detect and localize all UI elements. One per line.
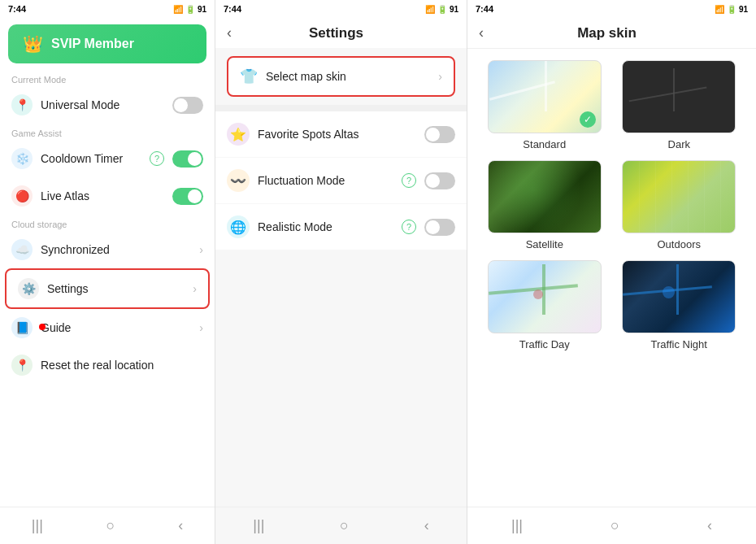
- nav-back-btn-3[interactable]: ‹: [694, 514, 725, 537]
- skin-standard-card[interactable]: ✓ Standard: [482, 60, 607, 150]
- signal-icon: 📶: [173, 5, 183, 14]
- nav-menu-btn-2[interactable]: |||: [240, 514, 277, 537]
- battery-icon-2: 🔋: [437, 5, 447, 14]
- nav-back-btn-2[interactable]: ‹: [411, 514, 442, 537]
- guide-item[interactable]: 📘 Guide ›: [0, 309, 215, 346]
- favorite-spots-row[interactable]: ⭐ Favorite Spots Altas: [215, 111, 467, 157]
- skin-traffic-day-label: Traffic Day: [519, 338, 570, 350]
- guide-badge: [39, 324, 46, 330]
- fluctuation-mode-toggle[interactable]: [424, 172, 455, 189]
- battery-level-3: 91: [739, 5, 748, 14]
- settings-item[interactable]: ⚙️ Settings ›: [5, 268, 210, 309]
- battery-icon: 🔋: [185, 5, 195, 14]
- skin-traffic-day-thumb: [488, 260, 602, 333]
- snowflake-icon: ❄️: [11, 148, 33, 169]
- nav-home-btn-1[interactable]: ○: [93, 514, 128, 537]
- settings-chevron: ›: [193, 282, 197, 295]
- nav-home-btn-3[interactable]: ○: [597, 514, 632, 537]
- skin-selected-check: ✓: [580, 111, 596, 128]
- select-skin-chevron: ›: [438, 70, 442, 83]
- settings-title: Settings: [238, 25, 434, 41]
- favorite-spots-label: Favorite Spots Altas: [258, 128, 416, 141]
- nav-menu-btn-3[interactable]: |||: [498, 514, 536, 537]
- cloud-icon: ☁️: [11, 239, 33, 260]
- skin-outdoors-thumb: [622, 160, 736, 233]
- time-label-2: 7:44: [224, 4, 241, 14]
- skin-dark-card[interactable]: Dark: [617, 60, 742, 150]
- settings-label: Settings: [47, 282, 185, 295]
- realistic-mode-row[interactable]: 🌐 Realistic Mode ?: [215, 204, 467, 250]
- battery-level-2: 91: [450, 5, 458, 14]
- live-atlas-toggle[interactable]: [172, 188, 203, 205]
- skin-dark-thumb: [622, 60, 736, 133]
- nav-menu-btn-1[interactable]: |||: [19, 514, 56, 537]
- panel-menu: 7:44 📶 🔋 91 👑 SVIP Member Current Mode 📍…: [0, 0, 215, 544]
- guide-label: Guide: [41, 321, 191, 334]
- bottom-nav-2: ||| ○ ‹: [215, 507, 467, 544]
- svip-banner[interactable]: 👑 SVIP Member: [8, 24, 206, 63]
- skin-traffic-night-label: Traffic Night: [651, 338, 707, 350]
- signal-icon-3: 📶: [715, 5, 724, 14]
- time-label-1: 7:44: [8, 4, 26, 14]
- cooldown-timer-toggle[interactable]: [172, 150, 203, 168]
- skin-satellite-label: Satellite: [526, 238, 563, 250]
- reset-icon: 📍: [11, 355, 33, 376]
- cloud-storage-section: Cloud storage: [0, 215, 215, 231]
- favorite-spots-toggle[interactable]: [424, 126, 455, 143]
- panel-settings: 7:44 📶 🔋 91 ‹ Settings 👕 Select map skin…: [215, 0, 467, 544]
- fluctuation-mode-label: Fluctuation Mode: [258, 174, 393, 187]
- bottom-nav-1: ||| ○ ‹: [0, 507, 215, 544]
- status-bar-2: 7:44 📶 🔋 91: [215, 0, 467, 18]
- realistic-mode-toggle[interactable]: [424, 219, 455, 236]
- fluctuation-help-icon[interactable]: ?: [402, 173, 416, 188]
- current-mode-section: Current Mode: [0, 70, 215, 86]
- universal-mode-toggle[interactable]: [172, 97, 203, 114]
- panel-map-skin: 7:44 📶 🔋 91 ‹ Map skin ✓ Standard: [467, 0, 756, 544]
- map-skin-title: Map skin: [490, 25, 723, 41]
- gear-icon: ⚙️: [18, 278, 39, 299]
- map-skin-grid: ✓ Standard Dark Satellite Outdoors: [467, 49, 756, 362]
- map-skin-header: ‹ Map skin: [467, 18, 756, 49]
- time-label-3: 7:44: [476, 4, 493, 14]
- status-icons-3: 📶 🔋 91: [715, 5, 748, 14]
- skin-traffic-day-card[interactable]: Traffic Day: [482, 260, 607, 350]
- cooldown-help-icon[interactable]: ?: [150, 151, 164, 166]
- reset-label: Reset the real location: [41, 359, 203, 372]
- map-skin-back-button[interactable]: ‹: [479, 24, 484, 41]
- battery-level-1: 91: [198, 5, 206, 14]
- svip-label: SVIP Member: [51, 37, 134, 51]
- battery-icon-3: 🔋: [727, 5, 736, 14]
- select-map-skin-label: Select map skin: [266, 70, 430, 83]
- realistic-help-icon[interactable]: ?: [402, 220, 416, 234]
- settings-back-button[interactable]: ‹: [227, 24, 232, 41]
- nav-home-btn-2[interactable]: ○: [327, 514, 362, 537]
- reset-location-item[interactable]: 📍 Reset the real location: [0, 346, 215, 384]
- wave-icon: 〰️: [227, 169, 250, 192]
- skin-standard-thumb: ✓: [488, 60, 602, 133]
- globe-icon: 🌐: [227, 215, 250, 238]
- live-atlas-label: Live Atlas: [41, 189, 164, 202]
- synchronized-label: Synchronized: [41, 243, 191, 256]
- settings-header: ‹ Settings: [215, 18, 467, 48]
- guide-chevron: ›: [199, 321, 203, 334]
- universal-mode-item[interactable]: 📍 Universal Mode: [0, 86, 215, 124]
- skin-dark-label: Dark: [668, 138, 690, 150]
- skin-satellite-card[interactable]: Satellite: [482, 160, 607, 250]
- settings-divider: [215, 105, 467, 111]
- skin-traffic-night-thumb: [622, 260, 736, 333]
- skin-traffic-night-card[interactable]: Traffic Night: [617, 260, 742, 350]
- star-icon: ⭐: [227, 123, 250, 146]
- nav-back-btn-1[interactable]: ‹: [165, 514, 196, 537]
- live-atlas-item[interactable]: 🔴 Live Atlas: [0, 177, 215, 215]
- guide-icon: 📘: [11, 317, 33, 338]
- realistic-mode-label: Realistic Mode: [258, 220, 393, 233]
- skin-satellite-thumb: [488, 160, 602, 233]
- status-icons-2: 📶 🔋 91: [425, 5, 458, 14]
- select-map-skin-item[interactable]: 👕 Select map skin ›: [227, 56, 455, 97]
- synchronized-chevron: ›: [199, 243, 203, 256]
- skin-outdoors-card[interactable]: Outdoors: [617, 160, 742, 250]
- universal-mode-label: Universal Mode: [41, 98, 164, 111]
- cooldown-timer-item[interactable]: ❄️ Cooldown Timer ?: [0, 140, 215, 177]
- synchronized-item[interactable]: ☁️ Synchronized ›: [0, 231, 215, 268]
- fluctuation-mode-row[interactable]: 〰️ Fluctuation Mode ?: [215, 158, 467, 203]
